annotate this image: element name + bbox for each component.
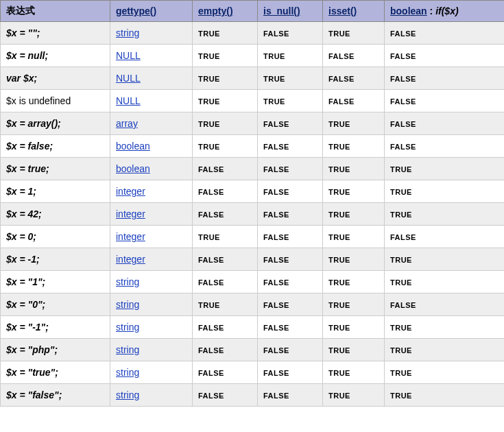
isset-value: TRUE — [328, 29, 350, 38]
cell-empty: TRUE — [193, 22, 258, 45]
isset-value: TRUE — [328, 143, 350, 151]
gettype-link[interactable]: integer — [116, 231, 145, 242]
gettype-link[interactable]: boolean — [116, 163, 150, 174]
cell-gettype: string — [110, 22, 193, 45]
gettype-link[interactable]: string — [116, 389, 139, 400]
cell-empty: FALSE — [193, 248, 258, 271]
bool-value: FALSE — [390, 301, 416, 309]
bool-value: FALSE — [390, 75, 416, 83]
is_null-value: FALSE — [263, 256, 289, 264]
cell-empty: FALSE — [193, 384, 258, 407]
bool-value: TRUE — [390, 188, 412, 196]
expression-text: $x = array(); — [6, 118, 61, 129]
cell-expression: var $x; — [1, 67, 110, 90]
bool-value: TRUE — [390, 324, 412, 332]
header-boolean-if: if($x) — [435, 5, 458, 16]
gettype-link[interactable]: NULL — [116, 73, 141, 84]
cell-isset: TRUE — [323, 203, 385, 226]
gettype-link[interactable]: integer — [116, 254, 145, 265]
header-isset-link[interactable]: isset() — [328, 5, 357, 16]
cell-expression: $x = "0"; — [1, 293, 110, 316]
gettype-link[interactable]: string — [116, 322, 139, 333]
isset-value: FALSE — [328, 75, 355, 83]
expression-text: var $x; — [6, 73, 37, 84]
col-isset: isset() — [323, 1, 385, 22]
table-row: $x = array();arrayTRUEFALSETRUEFALSE — [1, 112, 505, 135]
is_null-value: FALSE — [263, 324, 289, 332]
gettype-link[interactable]: boolean — [116, 141, 150, 152]
empty-value: FALSE — [198, 324, 224, 332]
cell-bool: FALSE — [385, 90, 505, 112]
gettype-link[interactable]: NULL — [116, 95, 141, 106]
cell-is_null: TRUE — [258, 90, 323, 112]
gettype-link[interactable]: string — [116, 367, 139, 378]
expression-text: $x = 1; — [6, 186, 36, 197]
table-row: var $x;NULLTRUETRUEFALSEFALSE — [1, 67, 505, 90]
cell-empty: FALSE — [193, 180, 258, 203]
empty-value: FALSE — [198, 188, 224, 196]
cell-expression: $x = ""; — [1, 22, 110, 45]
gettype-link[interactable]: string — [116, 344, 139, 355]
empty-value: FALSE — [198, 256, 224, 264]
table-row: $x = null;NULLTRUETRUEFALSEFALSE — [1, 45, 505, 67]
header-empty-link[interactable]: empty() — [198, 5, 233, 16]
gettype-link[interactable]: string — [116, 276, 139, 287]
gettype-link[interactable]: string — [116, 299, 139, 310]
cell-isset: TRUE — [323, 339, 385, 361]
empty-value: TRUE — [198, 120, 220, 128]
header-gettype-link[interactable]: gettype() — [116, 5, 156, 16]
table-row: $x = "false";stringFALSEFALSETRUETRUE — [1, 384, 505, 407]
cell-is_null: FALSE — [258, 248, 323, 271]
gettype-link[interactable]: array — [116, 118, 138, 129]
cell-is_null: FALSE — [258, 316, 323, 339]
is_null-value: FALSE — [263, 211, 289, 219]
gettype-link[interactable]: NULL — [116, 50, 141, 61]
cell-empty: FALSE — [193, 361, 258, 384]
table-row: $x = "-1";stringFALSEFALSETRUETRUE — [1, 316, 505, 339]
expression-text: $x = 42; — [6, 208, 42, 219]
cell-expression: $x = 0; — [1, 226, 110, 248]
cell-gettype: NULL — [110, 45, 193, 67]
cell-isset: TRUE — [323, 361, 385, 384]
cell-gettype: string — [110, 316, 193, 339]
gettype-link[interactable]: integer — [116, 186, 145, 197]
isset-value: TRUE — [328, 346, 350, 355]
col-expression: 表达式 — [1, 1, 110, 22]
expression-text: $x = null; — [6, 50, 48, 61]
is_null-value: FALSE — [263, 120, 289, 128]
col-isnull: is_null() — [258, 1, 323, 22]
cell-is_null: FALSE — [258, 22, 323, 45]
cell-is_null: FALSE — [258, 203, 323, 226]
cell-bool: TRUE — [385, 361, 505, 384]
is_null-value: FALSE — [263, 392, 289, 400]
bool-value: TRUE — [390, 369, 412, 377]
gettype-link[interactable]: integer — [116, 208, 145, 219]
header-boolean-link[interactable]: boolean — [390, 5, 427, 16]
cell-empty: TRUE — [193, 226, 258, 248]
isset-value: FALSE — [328, 97, 355, 106]
col-gettype: gettype() — [110, 1, 193, 22]
isset-value: TRUE — [328, 278, 350, 287]
cell-is_null: FALSE — [258, 112, 323, 135]
cell-gettype: string — [110, 339, 193, 361]
cell-is_null: FALSE — [258, 271, 323, 293]
table-row: $x = false;booleanTRUEFALSETRUEFALSE — [1, 135, 505, 158]
table-row: $x = "1";stringFALSEFALSETRUETRUE — [1, 271, 505, 293]
cell-isset: TRUE — [323, 180, 385, 203]
header-boolean-sep: : — [427, 5, 435, 16]
bool-value: FALSE — [390, 29, 416, 38]
cell-isset: FALSE — [323, 90, 385, 112]
bool-value: TRUE — [390, 256, 412, 264]
isset-value: TRUE — [328, 301, 350, 309]
cell-gettype: boolean — [110, 158, 193, 180]
cell-expression: $x is undefined — [1, 90, 110, 112]
header-isnull-link[interactable]: is_null() — [263, 5, 300, 16]
table-row: $x is undefinedNULLTRUETRUEFALSEFALSE — [1, 90, 505, 112]
gettype-link[interactable]: string — [116, 27, 139, 38]
bool-value: TRUE — [390, 278, 412, 287]
cell-empty: TRUE — [193, 45, 258, 67]
cell-gettype: string — [110, 293, 193, 316]
cell-bool: FALSE — [385, 293, 505, 316]
cell-expression: $x = -1; — [1, 248, 110, 271]
expression-text: $x = "-1"; — [6, 322, 49, 333]
